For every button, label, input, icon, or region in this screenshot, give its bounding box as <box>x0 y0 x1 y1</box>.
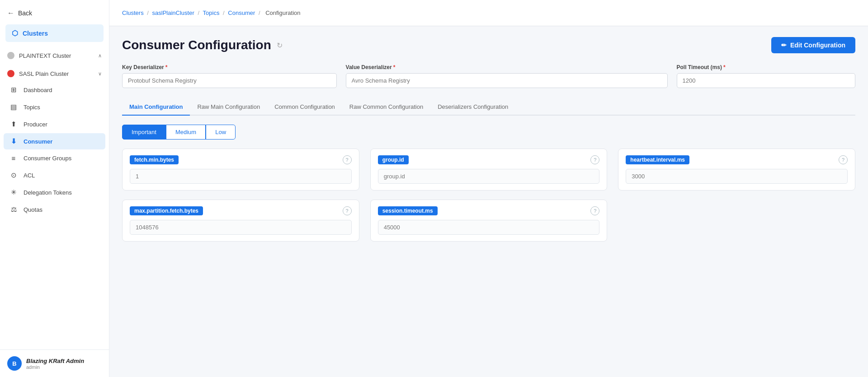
breadcrumb: Clusters / saslPlainCluster / Topics / C… <box>122 9 302 16</box>
help-icon-heartbeat-interval-ms[interactable]: ? <box>839 155 848 164</box>
help-icon-max-partition-fetch-bytes[interactable]: ? <box>343 206 352 215</box>
avatar: B <box>7 356 22 371</box>
key-deserializer-field: Key Deserializer* <box>122 64 337 88</box>
config-input-group-id[interactable] <box>378 169 600 184</box>
config-card-session-timeout-ms: session.timeout.ms ? <box>370 200 608 242</box>
config-input-session-timeout-ms[interactable] <box>378 220 600 235</box>
plaintext-cluster-label: PLAINTEXT Cluster <box>19 52 71 59</box>
clusters-icon: ⬡ <box>12 29 18 37</box>
back-button[interactable]: ← Back <box>0 0 109 23</box>
footer-user-name: Blazing KRaft Admin <box>26 358 84 364</box>
top-bar: Clusters / saslPlainCluster / Topics / C… <box>109 0 868 26</box>
config-grid: fetch.min.bytes ? group.id ? heartbeat.i… <box>122 149 855 242</box>
poll-timeout-input[interactable] <box>677 73 856 88</box>
priority-low-button[interactable]: Low <box>206 125 236 140</box>
sidebar: ← Back ⬡ Clusters PLAINTEXT Cluster ∧ SA… <box>0 0 109 377</box>
priority-medium-button[interactable]: Medium <box>166 125 206 140</box>
config-card-header-session-timeout-ms: session.timeout.ms ? <box>378 206 600 215</box>
fields-row: Key Deserializer* Value Deserializer* Po… <box>122 64 855 88</box>
plaintext-cluster-group: PLAINTEXT Cluster ∧ <box>0 47 109 65</box>
footer-user-info: Blazing KRaft Admin admin <box>26 358 84 370</box>
help-icon-group-id[interactable]: ? <box>590 155 599 164</box>
config-tag-fetch-min-bytes: fetch.min.bytes <box>130 155 179 164</box>
config-input-max-partition-fetch-bytes[interactable] <box>130 220 352 235</box>
breadcrumb-topics[interactable]: Topics <box>203 9 220 16</box>
nav-items-list: ⊞ Dashboard ▤ Topics ⬆ Producer ⬇ Consum… <box>0 82 109 218</box>
quotas-icon: ⚖ <box>9 205 18 214</box>
sidebar-item-quotas-label: Quotas <box>24 206 42 213</box>
footer-user-role: admin <box>26 364 84 370</box>
page-title-row: Consumer Configuration ↻ <box>122 38 283 52</box>
edit-button-label: Edit Configuration <box>790 42 845 49</box>
acl-icon: ⊙ <box>9 171 18 179</box>
sasl-cluster-header[interactable]: SASL Plain Cluster ∨ <box>0 65 109 82</box>
plaintext-cluster-chevron: ∧ <box>98 53 102 59</box>
breadcrumb-sep-3: / <box>223 9 226 16</box>
config-card-header-max-partition-fetch-bytes: max.partition.fetch.bytes ? <box>130 206 352 215</box>
tabs-bar: Main Configuration Raw Main Configuratio… <box>122 99 855 116</box>
sidebar-item-delegation-tokens-label: Delegation Tokens <box>24 189 72 196</box>
priority-important-button[interactable]: Important <box>122 125 166 140</box>
sidebar-item-consumer-groups[interactable]: ≡ Consumer Groups <box>4 150 105 166</box>
config-tag-group-id: group.id <box>378 155 409 164</box>
value-deserializer-input[interactable] <box>346 73 668 88</box>
plaintext-cluster-dot <box>7 52 14 59</box>
tab-raw-main-configuration[interactable]: Raw Main Configuration <box>190 99 267 116</box>
breadcrumb-sasl[interactable]: saslPlainCluster <box>152 9 194 16</box>
key-deserializer-label: Key Deserializer* <box>122 64 337 70</box>
key-deserializer-input[interactable] <box>122 73 337 88</box>
sidebar-item-consumer-label: Consumer <box>24 138 52 145</box>
sidebar-footer: B Blazing KRaft Admin admin <box>0 349 109 377</box>
config-card-fetch-min-bytes: fetch.min.bytes ? <box>122 149 359 191</box>
tab-deserializers-configuration[interactable]: Deserializers Configuration <box>430 99 515 116</box>
breadcrumb-clusters[interactable]: Clusters <box>122 9 144 16</box>
tab-raw-common-configuration[interactable]: Raw Common Configuration <box>342 99 430 116</box>
sidebar-item-producer-label: Producer <box>24 121 47 128</box>
breadcrumb-sep-1: / <box>147 9 150 16</box>
page-header: Consumer Configuration ↻ ✏ Edit Configur… <box>122 37 855 53</box>
edit-icon: ✏ <box>781 42 787 49</box>
config-tag-session-timeout-ms: session.timeout.ms <box>378 206 438 215</box>
sasl-cluster-dot <box>7 70 14 77</box>
sasl-cluster-label: SASL Plain Cluster <box>19 70 69 77</box>
config-input-heartbeat-interval-ms[interactable] <box>626 169 848 184</box>
sasl-cluster-chevron: ∨ <box>98 71 102 77</box>
sasl-cluster-group: SASL Plain Cluster ∨ ⊞ Dashboard ▤ Topic… <box>0 65 109 220</box>
config-card-group-id: group.id ? <box>370 149 608 191</box>
config-card-heartbeat-interval-ms: heartbeat.interval.ms ? <box>618 149 855 191</box>
sidebar-item-acl[interactable]: ⊙ ACL <box>4 167 105 183</box>
consumer-groups-icon: ≡ <box>9 154 18 162</box>
topics-icon: ▤ <box>9 103 18 111</box>
edit-configuration-button[interactable]: ✏ Edit Configuration <box>771 37 855 53</box>
dashboard-icon: ⊞ <box>9 86 18 94</box>
sidebar-item-topics[interactable]: ▤ Topics <box>4 99 105 115</box>
config-card-header-heartbeat-interval-ms: heartbeat.interval.ms ? <box>626 155 848 164</box>
sidebar-item-topics-label: Topics <box>24 104 40 111</box>
priority-row: Important Medium Low <box>122 125 855 140</box>
help-icon-fetch-min-bytes[interactable]: ? <box>343 155 352 164</box>
main-content: Clusters / saslPlainCluster / Topics / C… <box>109 0 868 377</box>
config-input-fetch-min-bytes[interactable] <box>130 169 352 184</box>
page-title: Consumer Configuration <box>122 38 271 52</box>
config-card-max-partition-fetch-bytes: max.partition.fetch.bytes ? <box>122 200 359 242</box>
config-card-header-fetch-min-bytes: fetch.min.bytes ? <box>130 155 352 164</box>
tab-main-configuration[interactable]: Main Configuration <box>122 99 190 116</box>
help-icon-session-timeout-ms[interactable]: ? <box>590 206 599 215</box>
breadcrumb-consumer[interactable]: Consumer <box>228 9 255 16</box>
sidebar-item-acl-label: ACL <box>24 172 35 179</box>
sidebar-item-producer[interactable]: ⬆ Producer <box>4 116 105 132</box>
breadcrumb-sep-4: / <box>259 9 262 16</box>
tab-common-configuration[interactable]: Common Configuration <box>267 99 342 116</box>
sidebar-item-quotas[interactable]: ⚖ Quotas <box>4 201 105 218</box>
sidebar-item-consumer[interactable]: ⬇ Consumer <box>4 133 105 149</box>
poll-timeout-label: Poll Timeout (ms)* <box>677 64 856 70</box>
delegation-tokens-icon: ✳ <box>9 188 18 196</box>
breadcrumb-sep-2: / <box>198 9 201 16</box>
sidebar-item-dashboard[interactable]: ⊞ Dashboard <box>4 82 105 98</box>
sidebar-item-delegation-tokens[interactable]: ✳ Delegation Tokens <box>4 184 105 200</box>
plaintext-cluster-header[interactable]: PLAINTEXT Cluster ∧ <box>0 47 109 64</box>
refresh-icon[interactable]: ↻ <box>277 41 283 50</box>
sidebar-item-consumer-groups-label: Consumer Groups <box>24 155 71 162</box>
back-arrow-icon: ← <box>7 9 14 17</box>
clusters-button[interactable]: ⬡ Clusters <box>5 24 104 42</box>
